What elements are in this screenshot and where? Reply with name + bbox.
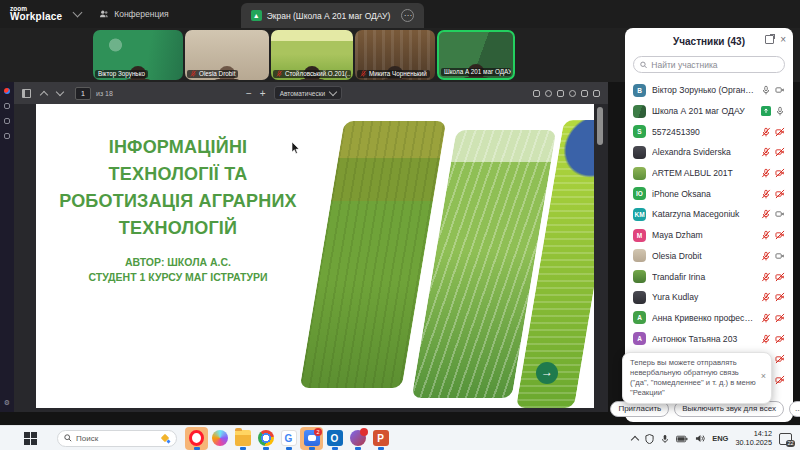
taskbar-icon-outlook[interactable]: O — [323, 427, 346, 450]
notification-icon[interactable]: 22 — [779, 433, 792, 445]
mic-off-icon[interactable] — [761, 334, 771, 344]
pdf-save-icon[interactable] — [581, 90, 588, 97]
pdf-print-icon[interactable] — [593, 90, 600, 97]
page-down-icon[interactable] — [56, 88, 64, 96]
more-options-button[interactable]: ... — [789, 401, 800, 417]
participant-row[interactable]: A Анна Кривенко професор кафедри з... — [625, 308, 793, 329]
shield-icon[interactable] — [645, 434, 654, 444]
pdf-annotate-icon[interactable] — [533, 90, 540, 97]
mic-off-icon[interactable] — [761, 209, 771, 219]
participant-row[interactable]: ARTEM ALBUL 201T — [625, 163, 793, 184]
sidebar-tool-icon[interactable] — [4, 103, 10, 109]
language-indicator[interactable]: ENG — [712, 434, 728, 443]
participant-row[interactable]: Школа А 201 маг ОДАУ — [625, 101, 793, 122]
mic-on-icon[interactable] — [761, 85, 771, 95]
cam-off-icon[interactable] — [775, 168, 785, 178]
participant-row[interactable]: Trandafir Irina — [625, 266, 793, 287]
participant-row[interactable]: S 5572451390 — [625, 121, 793, 142]
participant-row[interactable]: Olesia Drobit — [625, 246, 793, 267]
chevron-down-icon[interactable] — [73, 8, 83, 18]
cam-off-icon[interactable] — [775, 189, 785, 199]
tab-more-icon[interactable]: ⋯ — [401, 9, 414, 22]
pdf-text-icon[interactable] — [557, 90, 564, 97]
taskbar-icon-zoom-app[interactable]: 2 — [300, 427, 323, 450]
cam-off-icon[interactable] — [775, 272, 785, 282]
taskbar-icon-opera[interactable] — [185, 427, 208, 450]
tab-screen-share[interactable]: ▲ Экран (Школа А 201 маг ОДАУ) ⋯ — [241, 3, 425, 28]
cam-off-icon[interactable] — [775, 147, 785, 157]
page-total-label: из 18 — [96, 90, 113, 97]
cam-off-icon[interactable] — [775, 313, 785, 323]
cam-off-icon[interactable] — [775, 375, 785, 385]
pdf-tools — [533, 90, 600, 97]
taskbar-search-input[interactable] — [76, 434, 146, 443]
taskbar-icon-google[interactable]: G — [277, 427, 300, 450]
participant-row[interactable]: M Maya Dzham — [625, 225, 793, 246]
taskbar-search[interactable] — [57, 430, 177, 447]
pdf-draw-icon[interactable] — [545, 90, 552, 97]
mic-off-icon[interactable] — [761, 272, 771, 282]
participant-row[interactable]: KM Katarzyna Macegoniuk — [625, 204, 793, 225]
participant-row[interactable]: IO iPhone Oksana — [625, 183, 793, 204]
video-thumbnail[interactable]: Olesia Drobit — [185, 30, 269, 80]
cam-off-icon[interactable] — [775, 354, 785, 364]
search-input[interactable] — [651, 60, 778, 70]
tab-conference[interactable]: Конференция — [89, 0, 178, 28]
zoom-mode-select[interactable]: Автоматически — [274, 86, 342, 100]
mic-off-icon[interactable] — [761, 313, 771, 323]
microphone-icon[interactable] — [661, 434, 669, 444]
sidebar-tool-icon[interactable] — [4, 118, 10, 124]
speaker-icon[interactable] — [695, 434, 705, 443]
participant-row[interactable]: Alexandra Sviderska — [625, 142, 793, 163]
browser-logo-icon[interactable] — [4, 88, 10, 94]
tray-chevron-up-icon[interactable] — [631, 436, 639, 444]
mic-off-icon[interactable] — [761, 189, 771, 199]
cam-off-icon[interactable] — [775, 127, 785, 137]
taskbar-icon-meet[interactable] — [346, 427, 369, 450]
pdf-sidebar-toggle-icon[interactable] — [22, 89, 31, 98]
page-up-icon[interactable] — [40, 90, 48, 98]
video-thumbnail[interactable]: Віктор Зорунько — [93, 30, 183, 80]
pdf-highlight-icon[interactable] — [569, 90, 576, 97]
video-thumbnail[interactable]: Школа А 201 маг ОДАУ — [437, 30, 515, 80]
page-number-input[interactable]: 1 — [75, 87, 91, 100]
browser-sidebar: ⚙ — [0, 82, 14, 412]
toast-close-icon[interactable]: × — [761, 371, 766, 381]
mic-on-icon[interactable] — [775, 106, 785, 116]
sidebar-tool-icon[interactable] — [4, 133, 10, 139]
share-icon[interactable] — [761, 106, 771, 116]
cam-off-icon[interactable] — [775, 292, 785, 302]
participant-row[interactable]: B Віктор Зорунько (Организатор, я) — [625, 80, 793, 101]
video-thumbnail[interactable]: Микита Чорненький — [355, 30, 435, 80]
mic-off-icon[interactable] — [761, 230, 771, 240]
close-icon[interactable]: × — [780, 35, 786, 44]
mic-off-icon[interactable] — [761, 292, 771, 302]
zoom-in-button[interactable]: + — [260, 88, 266, 99]
taskbar-icon-copilot[interactable] — [208, 427, 231, 450]
mic-off-icon[interactable] — [761, 251, 771, 261]
gear-icon[interactable]: ⚙ — [4, 399, 10, 407]
taskbar-icon-chrome[interactable] — [254, 427, 277, 450]
participant-search[interactable] — [633, 56, 785, 73]
cam-on-icon[interactable] — [775, 209, 785, 219]
cam-on-icon[interactable] — [775, 251, 785, 261]
cam-on-icon[interactable] — [775, 85, 785, 95]
taskbar-icon-file-explorer[interactable] — [231, 427, 254, 450]
zoom-out-button[interactable]: − — [246, 88, 252, 99]
participant-row[interactable]: Yura Kudlay — [625, 287, 793, 308]
scrollbar-thumb[interactable] — [597, 107, 603, 145]
popout-icon[interactable] — [765, 35, 774, 44]
video-thumbnail[interactable]: Стойловський.О.201(.. — [271, 30, 353, 80]
pdf-scrollbar[interactable] — [594, 104, 608, 408]
start-button[interactable] — [24, 432, 37, 445]
slide-next-button[interactable]: → — [536, 362, 558, 384]
mic-off-icon[interactable] — [761, 168, 771, 178]
taskbar-icon-powerpoint[interactable]: P — [369, 427, 392, 450]
cam-off-icon[interactable] — [775, 230, 785, 240]
clock[interactable]: 14:12 30.10.2025 — [735, 430, 772, 447]
cam-off-icon[interactable] — [775, 334, 785, 344]
participant-row[interactable]: A Антонюк Татьяна 203 — [625, 328, 793, 349]
mic-off-icon[interactable] — [761, 147, 771, 157]
mic-off-icon[interactable] — [761, 127, 771, 137]
battery-icon[interactable] — [676, 435, 688, 443]
